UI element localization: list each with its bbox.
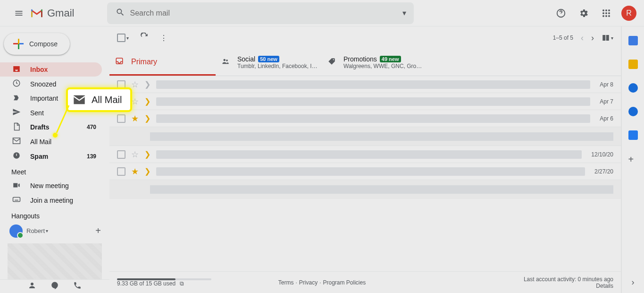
importance-icon[interactable]: ❯ — [144, 114, 151, 123]
svg-point-18 — [226, 60, 228, 61]
video-icon — [12, 181, 22, 191]
dropbox-addon[interactable] — [628, 130, 638, 140]
search-icon[interactable] — [111, 8, 130, 19]
hangouts-footer — [0, 279, 109, 293]
meet-heading: Meet — [0, 164, 109, 179]
details-link[interactable]: Details — [524, 283, 613, 289]
sidebar-item-inbox[interactable]: Inbox — [0, 62, 102, 77]
mail-row[interactable]: ☆❯12/10/20 — [109, 146, 621, 163]
svg-point-8 — [605, 15, 607, 17]
sidebar-item-allmail[interactable]: All Mail — [0, 135, 102, 149]
svg-point-17 — [224, 59, 226, 61]
mail-icon — [73, 93, 86, 106]
activity-text: Last account activity: 0 minutes ago — [524, 276, 613, 283]
account-avatar[interactable]: R — [621, 6, 636, 21]
add-addon-icon[interactable]: + — [628, 154, 638, 164]
keep-addon[interactable] — [628, 60, 638, 69]
footer: 9.33 GB of 15 GB used ⧉ Terms· Privacy· … — [109, 271, 621, 293]
star-icon[interactable]: ★ — [131, 113, 139, 124]
gmail-logo[interactable]: Gmail — [30, 7, 74, 19]
more-icon[interactable]: ⋮ — [160, 34, 167, 43]
svg-rect-15 — [606, 35, 609, 41]
importance-icon[interactable]: ❯ — [144, 97, 151, 106]
inbox-tab-icon — [115, 57, 124, 67]
sidebar-item-spam[interactable]: Spam139 — [0, 149, 102, 164]
contacts-addon[interactable] — [628, 107, 638, 116]
sidebar-item-drafts[interactable]: Drafts470 — [0, 120, 102, 135]
hangouts-add-icon[interactable]: + — [95, 225, 101, 236]
calendar-addon[interactable] — [628, 36, 638, 45]
mail-row[interactable]: ☆❯Apr 7 — [109, 93, 621, 110]
search-bar[interactable]: ▾ — [107, 2, 414, 24]
tab-promotions[interactable]: Promotions49 new Walgreens, WWE, GNC, Gr… — [322, 49, 428, 76]
importance-icon[interactable]: ❯ — [144, 167, 151, 176]
svg-rect-12 — [13, 198, 20, 202]
refresh-icon[interactable] — [140, 33, 149, 43]
mail-gap — [109, 180, 621, 199]
svg-rect-14 — [602, 35, 605, 41]
hangouts-icon[interactable] — [50, 281, 59, 292]
hangouts-contacts-blur — [8, 243, 102, 279]
terms-link[interactable]: Terms — [278, 279, 294, 286]
inbox-icon — [12, 65, 22, 75]
social-badge: 50 new — [258, 56, 279, 62]
support-icon[interactable] — [552, 4, 570, 23]
app-name: Gmail — [47, 7, 74, 19]
tag-icon — [327, 57, 336, 68]
main-menu-button[interactable] — [8, 2, 30, 25]
policies-link[interactable]: Program Policies — [323, 279, 366, 286]
mail-row[interactable]: ★❯2/27/20 — [109, 163, 621, 180]
addon-panel: + › — [621, 26, 644, 293]
hangouts-user-row[interactable]: Robert ▾ + — [0, 223, 109, 240]
svg-point-19 — [333, 59, 334, 60]
compose-button[interactable]: Compose — [4, 33, 70, 55]
person-icon[interactable] — [28, 281, 36, 292]
privacy-link[interactable]: Privacy — [299, 279, 318, 286]
next-page-icon[interactable]: › — [591, 33, 594, 43]
tasks-addon[interactable] — [628, 83, 638, 93]
star-icon[interactable]: ★ — [131, 166, 139, 177]
promotions-badge: 49 new — [380, 56, 401, 62]
tab-social[interactable]: Social50 new Tumblr, LinkedIn, Facebook,… — [216, 49, 322, 76]
row-checkbox[interactable] — [117, 150, 125, 159]
people-icon — [221, 57, 230, 68]
svg-point-9 — [608, 15, 610, 17]
open-storage-icon[interactable]: ⧉ — [180, 280, 184, 287]
select-dropdown-icon[interactable]: ▾ — [126, 35, 129, 41]
svg-point-7 — [602, 15, 604, 17]
collapse-panel-icon[interactable]: › — [632, 277, 635, 287]
mail-icon — [12, 137, 22, 146]
sent-icon — [12, 108, 22, 118]
star-icon[interactable]: ☆ — [131, 149, 139, 160]
spam-icon — [12, 151, 22, 161]
search-options-icon[interactable]: ▾ — [399, 9, 410, 17]
search-input[interactable] — [130, 9, 399, 17]
sidebar-item-new-meeting[interactable]: New meeting — [0, 179, 102, 193]
storage-progress — [117, 278, 211, 280]
row-checkbox[interactable] — [117, 114, 125, 123]
svg-point-3 — [608, 9, 610, 11]
apps-icon[interactable] — [597, 4, 616, 23]
prev-page-icon[interactable]: ‹ — [581, 33, 584, 43]
select-all-checkbox[interactable] — [117, 34, 125, 42]
split-pane-toggle[interactable]: ▾ — [602, 34, 613, 42]
svg-point-5 — [605, 12, 607, 14]
importance-icon[interactable]: ❯ — [144, 150, 151, 159]
page-count: 1–5 of 5 — [553, 34, 573, 41]
hangouts-heading: Hangouts — [0, 207, 109, 223]
sidebar-item-join-meeting[interactable]: Join a meeting — [0, 193, 102, 207]
keyboard-icon — [12, 195, 22, 205]
mail-row[interactable]: ★❯Apr 6 — [109, 110, 621, 127]
svg-line-20 — [57, 105, 69, 133]
content: ▾ ⋮ 1–5 of 5 ‹ › ▾ Primary Social50 new … — [109, 26, 621, 293]
important-icon — [12, 94, 22, 103]
mail-row[interactable]: ☆❯Apr 8 — [109, 76, 621, 93]
clock-icon — [12, 79, 22, 89]
importance-icon[interactable]: ❯ — [144, 80, 151, 89]
phone-icon[interactable] — [73, 281, 82, 292]
tab-primary[interactable]: Primary — [109, 49, 216, 76]
settings-icon[interactable] — [574, 4, 593, 23]
callout-allmail: All Mail — [66, 87, 132, 112]
header: Gmail ▾ R — [0, 0, 644, 26]
row-checkbox[interactable] — [117, 167, 125, 176]
